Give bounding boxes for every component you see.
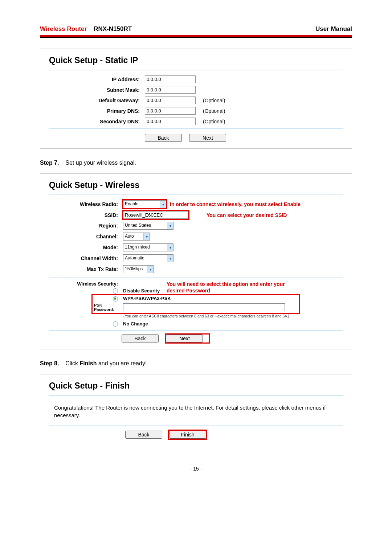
row-tx-rate: Max Tx Rate: 150Mbps ▾: [49, 265, 343, 273]
input-ssid[interactable]: [123, 211, 188, 219]
row-dns2: Secondary DNS: (Optional): [49, 118, 343, 125]
select-channel[interactable]: Auto ▾: [123, 233, 150, 241]
step-8-text-suffix: and you are ready!: [98, 360, 147, 366]
label-channel-width: Channel Width:: [49, 255, 123, 261]
step-8-label: Step 8.: [40, 360, 59, 366]
next-button[interactable]: Next: [166, 335, 203, 342]
panel-static-ip: Quick Setup - Static IP IP Address: Subn…: [40, 49, 352, 149]
annot-security-1: You will need to select this option and …: [167, 281, 343, 287]
chevron-down-icon: ▾: [167, 244, 173, 251]
row-mode: Mode: 11bgn mixed ▾: [49, 243, 343, 251]
divider: [49, 330, 343, 331]
select-wireless-radio[interactable]: Enable ▾: [123, 200, 166, 208]
row-mask: Subnet Mask:: [49, 86, 343, 94]
row-dns1: Primary DNS: (Optional): [49, 107, 343, 115]
row-opt-disable: Disable Security desired Password: [49, 288, 343, 294]
header-divider: [40, 35, 352, 38]
panel-title: Quick Setup - Finish: [49, 381, 343, 391]
manual-label: User Manual: [315, 25, 352, 33]
label-ip: IP Address:: [49, 77, 145, 82]
select-mode[interactable]: 11bgn mixed ▾: [123, 243, 173, 251]
input-dns2[interactable]: [145, 118, 196, 125]
psk-note: (You can enter ASCII characters between …: [123, 314, 343, 318]
button-row: Back Next: [49, 335, 343, 342]
label-channel: Channel:: [49, 234, 123, 239]
manual-page: Wireless Router RNX-N150RT User Manual Q…: [0, 0, 392, 493]
label-psk-password: PSK Password:: [94, 303, 123, 312]
page-number: - 15 -: [40, 466, 352, 472]
header-left: Wireless Router RNX-N150RT: [40, 25, 132, 33]
row-ssid: SSID: You can select your desired SSID: [49, 211, 343, 219]
highlight-box: Next: [166, 335, 209, 342]
input-psk-password[interactable]: [123, 303, 285, 311]
divider: [49, 128, 343, 129]
select-channel-width[interactable]: Automatic ▾: [123, 254, 173, 262]
row-channel-width: Channel Width: Automatic ▾: [49, 254, 343, 262]
panel-title: Quick Setup - Wireless: [49, 180, 343, 190]
input-mask[interactable]: [145, 86, 196, 94]
row-psk-password: PSK Password:: [94, 303, 297, 312]
label-mode: Mode:: [49, 245, 123, 250]
label-gateway: Default Gateway:: [49, 98, 145, 103]
label-ssid: SSID:: [49, 212, 123, 218]
divider: [49, 277, 343, 278]
row-opt-wpa: WPA-PSK/WPA2-PSK: [94, 296, 297, 301]
select-value: Enable: [123, 201, 160, 208]
chevron-down-icon: ▾: [167, 255, 173, 262]
input-dns1[interactable]: [145, 107, 196, 115]
radio-no-change[interactable]: [113, 321, 118, 327]
select-value: Automatic: [123, 255, 167, 262]
annot-wireless-radio: In order to connect wirelessly, you must…: [170, 201, 301, 207]
finish-button[interactable]: Finish: [169, 431, 206, 439]
chevron-down-icon: ▾: [143, 233, 150, 240]
chevron-down-icon: ▾: [167, 222, 173, 229]
aux-dns1: (Optional): [203, 108, 225, 114]
highlight-box-wpa: WPA-PSK/WPA2-PSK PSK Password:: [93, 295, 299, 313]
select-value: 150Mbps: [123, 266, 147, 273]
panel-title: Quick Setup - Static IP: [49, 56, 343, 65]
step-8-text-prefix: Click: [65, 360, 79, 366]
opt-nochange-label: No Change: [123, 321, 148, 327]
finish-body: Congratulations! The Router is now conne…: [49, 401, 343, 423]
page-header: Wireless Router RNX-N150RT User Manual: [40, 25, 352, 35]
aux-dns2: (Optional): [203, 119, 225, 124]
radio-disable-security[interactable]: [113, 288, 118, 294]
step-7-text: Set up your wireless signal.: [65, 160, 136, 166]
brand-label: Wireless Router: [40, 25, 87, 32]
label-tx-rate: Max Tx Rate:: [49, 266, 123, 272]
highlight-box: [123, 211, 188, 219]
back-button[interactable]: Back: [125, 431, 162, 439]
button-row: Back Finish: [49, 431, 343, 439]
select-value: 11bgn mixed: [123, 244, 167, 251]
divider: [49, 395, 343, 396]
row-gateway: Default Gateway: (Optional): [49, 97, 343, 104]
divider: [49, 70, 343, 70]
label-mask: Subnet Mask:: [49, 87, 145, 93]
opt-wpa-label: WPA-PSK/WPA2-PSK: [123, 296, 171, 301]
step-7: Step 7. Set up your wireless signal.: [40, 160, 352, 166]
next-button[interactable]: Next: [189, 134, 226, 142]
input-ip[interactable]: [145, 75, 196, 83]
radio-wpa-psk[interactable]: [113, 296, 118, 301]
input-gateway[interactable]: [145, 97, 196, 104]
back-button[interactable]: Back: [145, 134, 182, 142]
opt-disable-label: Disable Security: [123, 288, 167, 294]
chevron-down-icon: ▾: [147, 266, 153, 273]
step-8: Step 8. Click Finish and you are ready!: [40, 360, 352, 367]
label-dns2: Secondary DNS:: [49, 119, 145, 124]
row-wireless-security: Wireless Security: You will need to sele…: [49, 281, 343, 288]
back-button[interactable]: Back: [122, 335, 159, 342]
label-wireless-security: Wireless Security:: [49, 281, 123, 287]
divider: [49, 194, 343, 195]
divider: [49, 425, 343, 426]
model-label: RNX-N150RT: [94, 25, 132, 32]
annot-ssid: You can select your desired SSID: [207, 212, 287, 218]
select-region[interactable]: United States ▾: [123, 222, 173, 230]
select-value: United States: [123, 222, 167, 229]
label-dns1: Primary DNS:: [49, 108, 145, 114]
select-value: Auto: [123, 233, 143, 240]
select-tx-rate[interactable]: 150Mbps ▾: [123, 265, 154, 273]
chevron-down-icon: ▾: [160, 201, 166, 208]
highlight-box: Finish: [169, 431, 206, 439]
row-opt-nochange: No Change: [49, 321, 343, 327]
